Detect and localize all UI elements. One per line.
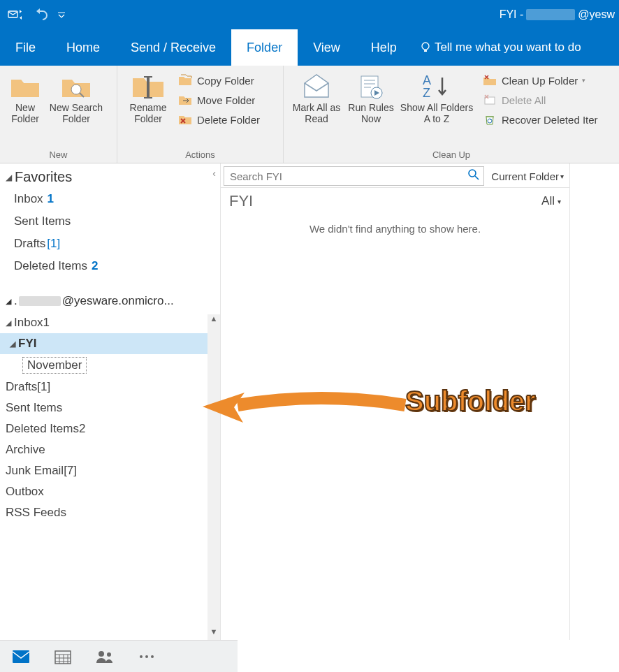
calendar-nav-icon[interactable] (53, 647, 73, 666)
svg-text:Z: Z (423, 86, 430, 100)
dropdown-icon: ▾ (560, 173, 564, 180)
folder-pane: ‹ ◢ Favorites Inbox1Sent ItemsDrafts[1]D… (0, 163, 221, 640)
filter-label: All (541, 194, 555, 208)
search-box[interactable] (224, 166, 484, 186)
svg-point-14 (107, 652, 111, 657)
tree-item[interactable]: Sent Items (0, 397, 220, 418)
draft-count: [7] (64, 464, 77, 478)
people-nav-icon[interactable] (95, 647, 115, 666)
rename-folder-input[interactable]: November (22, 357, 87, 374)
rename-folder-button[interactable]: Rename Folder (123, 70, 173, 124)
cleanup-folder-icon (482, 73, 497, 87)
show-all-folders-button[interactable]: AZ Show All Folders A to Z (398, 70, 475, 124)
mailbox-tree: ◢Inbox1◢FYINovemberDrafts[1]Sent ItemsDe… (0, 312, 220, 523)
search-scope-dropdown[interactable]: Current Folder ▾ (488, 170, 567, 182)
delete-all-button[interactable]: Delete All (478, 91, 602, 109)
a-to-z-icon: AZ (421, 71, 452, 102)
more-nav-icon[interactable] (137, 647, 156, 666)
scroll-up-icon[interactable]: ▲ (207, 314, 220, 327)
svg-point-15 (140, 655, 143, 658)
tell-me-search[interactable]: Tell me what you want to do (412, 29, 597, 66)
move-folder-label: Move Folder (197, 94, 255, 106)
run-rules-button[interactable]: Run Rules Now (344, 70, 398, 124)
ribbon-group-actions-label: Actions (117, 149, 283, 163)
new-search-folder-label: New Search Folder (45, 102, 108, 124)
filter-dropdown[interactable]: All ▾ (541, 194, 561, 208)
run-rules-label: Run Rules Now (344, 102, 398, 124)
undo-icon[interactable] (31, 6, 50, 23)
search-scope-label: Current Folder (491, 170, 559, 182)
triangle-down-icon: ◢ (6, 173, 12, 182)
delete-folder-button[interactable]: Delete Folder (173, 110, 264, 129)
folder-name: Deleted Items (6, 422, 79, 436)
favorite-item[interactable]: Drafts[1] (0, 233, 220, 255)
unread-count: 1 (48, 192, 54, 206)
ribbon-group-new-label: New (0, 149, 117, 163)
ribbon-group-cleanup-label: Clean Up (284, 149, 619, 163)
svg-point-13 (99, 651, 104, 657)
message-list-header: FYI All ▾ (221, 188, 569, 214)
mark-all-read-button[interactable]: Mark All as Read (289, 70, 344, 124)
tree-item[interactable]: Junk Email[7] (0, 460, 220, 481)
delete-all-icon (482, 93, 497, 107)
move-folder-button[interactable]: Move Folder (173, 91, 264, 109)
new-folder-label: New Folder (6, 102, 45, 124)
annotation-label: Subfolder (405, 386, 536, 417)
tree-item[interactable]: RSS Feeds (0, 502, 220, 523)
rename-folder-label: Rename Folder (123, 102, 173, 124)
search-input[interactable] (224, 170, 464, 182)
favorites-header[interactable]: ◢ Favorites (0, 163, 220, 188)
favorite-item[interactable]: Inbox1 (0, 188, 220, 210)
folder-name: Inbox (14, 192, 43, 206)
tree-item[interactable]: ◢FYI (0, 333, 220, 354)
folder-name: Outbox (6, 485, 44, 499)
search-folder-icon (61, 71, 92, 102)
tree-item[interactable]: Archive (0, 439, 220, 460)
folder-name: Drafts (14, 237, 45, 251)
account-suffix: @yesware.onmicro... (62, 294, 174, 308)
unread-count: 2 (79, 422, 85, 436)
favorites-list: Inbox1Sent ItemsDrafts[1]Deleted Items2 (0, 188, 220, 277)
run-rules-icon (357, 71, 385, 102)
search-icon[interactable] (464, 168, 483, 184)
recover-deleted-button[interactable]: Recover Deleted Iter (478, 110, 602, 129)
tell-me-label: Tell me what you want to do (435, 41, 581, 54)
navigation-bar (0, 640, 238, 672)
tab-view[interactable]: View (298, 29, 356, 66)
tab-help[interactable]: Help (356, 29, 412, 66)
clean-up-folder-button[interactable]: Clean Up Folder ▾ (478, 71, 602, 89)
copy-folder-button[interactable]: Copy Folder (173, 71, 264, 89)
svg-rect-8 (485, 97, 495, 104)
envelope-open-icon (302, 71, 331, 102)
favorite-item[interactable]: Deleted Items2 (0, 255, 220, 277)
new-folder-button[interactable]: New Folder (6, 70, 45, 124)
folder-scrollbar[interactable]: ▲ ▼ (207, 314, 220, 640)
rename-folder-icon (131, 71, 165, 102)
recycle-bin-icon (482, 112, 497, 126)
tab-home[interactable]: Home (51, 29, 115, 66)
send-receive-icon[interactable] (6, 6, 25, 23)
account-header[interactable]: ◢ . @yesware.onmicro... (0, 287, 210, 312)
tree-item[interactable]: ◢Inbox1 (0, 312, 220, 333)
favorite-item[interactable]: Sent Items (0, 210, 220, 233)
scroll-down-icon[interactable]: ▼ (207, 627, 220, 640)
redacted-name (526, 9, 575, 20)
tree-item[interactable]: Outbox (0, 481, 220, 502)
window-title: FYI - @yesw (500, 8, 619, 21)
svg-text:A: A (423, 73, 431, 87)
mark-all-read-label: Mark All as Read (289, 102, 344, 124)
tab-file[interactable]: File (0, 29, 51, 66)
folder-name: Drafts (6, 380, 37, 394)
reading-pane (570, 163, 619, 640)
qat-customize-icon[interactable] (56, 6, 67, 23)
tree-item[interactable]: Drafts[1] (0, 377, 220, 397)
tab-folder[interactable]: Folder (231, 29, 298, 66)
folder-name: FYI (18, 337, 36, 351)
svg-point-10 (469, 170, 476, 177)
tree-item[interactable]: Deleted Items2 (0, 418, 220, 439)
mail-nav-icon[interactable] (11, 647, 31, 666)
dropdown-icon: ▾ (582, 77, 585, 84)
tab-send-receive[interactable]: Send / Receive (115, 29, 231, 66)
collapse-pane-icon[interactable]: ‹ (212, 168, 216, 179)
new-search-folder-button[interactable]: New Search Folder (45, 70, 108, 124)
